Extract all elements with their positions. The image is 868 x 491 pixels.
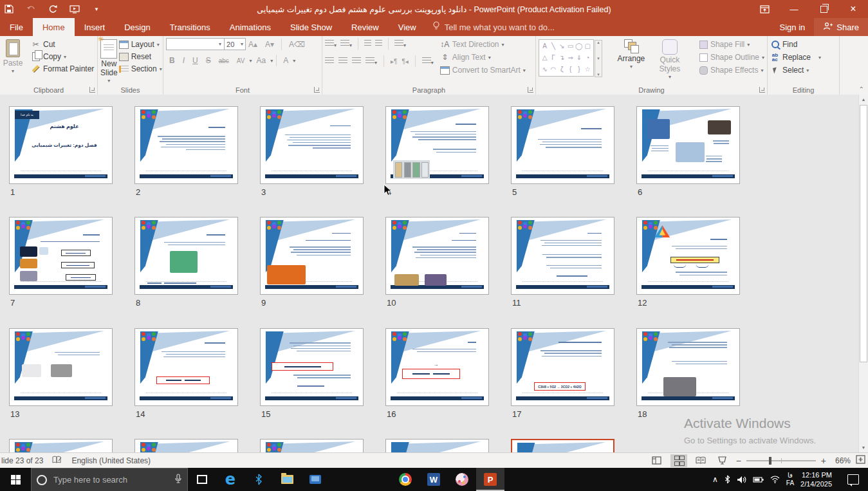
chrome-app-button[interactable]	[391, 468, 420, 491]
shape-outline-button[interactable]: Shape Outline▾	[699, 53, 764, 62]
bullets-button[interactable]: ▾	[325, 38, 337, 50]
paragraph-dialog-launcher[interactable]	[528, 87, 533, 93]
zoom-slider-thumb[interactable]	[769, 457, 771, 465]
shape-effects-button[interactable]: Shape Effects▾	[699, 66, 764, 75]
language-indicator[interactable]: English (United States)	[71, 456, 151, 465]
slideshow-view-button[interactable]	[714, 454, 731, 467]
shape-gallery-item[interactable]: ◯	[575, 43, 582, 50]
columns-button[interactable]: ▾	[422, 55, 434, 67]
task-view-button[interactable]	[188, 468, 216, 491]
zoom-percentage[interactable]: 66%	[831, 456, 851, 465]
align-left-button[interactable]	[325, 55, 334, 67]
shape-gallery-item[interactable]: ∿	[542, 66, 547, 73]
shadow-button[interactable]: S	[203, 55, 214, 66]
microphone-icon[interactable]	[174, 474, 182, 486]
slide-thumbnail-14[interactable]	[134, 328, 238, 406]
copy-button[interactable]: Copy▾	[31, 52, 94, 61]
tab-insert[interactable]: Insert	[75, 18, 115, 36]
slide-thumbnail-9[interactable]	[260, 217, 364, 295]
tell-me-box[interactable]: Tell me what you want to do...	[426, 18, 561, 36]
slide-thumbnail-1[interactable]: به نام خداعلوم هشتمفصل دوم: تغییرات شیمی…	[9, 106, 113, 184]
layout-button[interactable]: Layout▾	[119, 40, 162, 49]
minimize-button[interactable]: —	[779, 0, 809, 18]
increase-indent-button[interactable]	[375, 38, 382, 50]
shape-gallery-item[interactable]: ζ	[560, 66, 563, 73]
italic-button[interactable]: I	[180, 55, 188, 66]
slide-thumbnail-16[interactable]: →	[385, 328, 489, 406]
zoom-out-button[interactable]: −	[736, 456, 741, 466]
align-right-button[interactable]	[352, 55, 361, 67]
shape-gallery-item[interactable]: ↴	[559, 55, 564, 61]
bold-button[interactable]: B	[166, 55, 178, 66]
slide-thumbnail-20[interactable]	[134, 439, 238, 452]
shape-gallery-item[interactable]: ◔	[586, 55, 589, 61]
slide-thumbnail-23[interactable]	[511, 439, 614, 452]
shape-gallery-item[interactable]: }	[578, 66, 580, 73]
bluetooth-app-button[interactable]	[245, 468, 273, 491]
collapse-ribbon-icon[interactable]: ⌃	[859, 86, 864, 93]
slide-thumbnail-17[interactable]: C3H8 + 5O2 → 3CO2 + 4H2O	[511, 328, 614, 406]
format-painter-button[interactable]: Format Painter	[31, 64, 94, 73]
shape-gallery-item[interactable]: ◠	[551, 66, 557, 73]
slide-thumbnail-11[interactable]	[511, 217, 614, 295]
section-button[interactable]: Section▾	[119, 64, 162, 73]
scrollbar-thumb[interactable]	[860, 105, 867, 362]
reading-view-button[interactable]	[692, 454, 709, 467]
tab-review[interactable]: Review	[342, 18, 389, 36]
paste-button[interactable]: Paste▾	[0, 38, 30, 74]
tab-slide-show[interactable]: Slide Show	[281, 18, 342, 36]
drawing-dialog-launcher[interactable]	[759, 87, 765, 93]
shape-gallery-item[interactable]: △	[542, 55, 548, 61]
clipboard-dialog-launcher[interactable]	[89, 87, 95, 93]
ribbon-display-options-icon[interactable]	[750, 0, 779, 18]
taskbar-search[interactable]	[31, 468, 188, 491]
powerpoint-app-button[interactable]: P	[476, 468, 504, 491]
tray-bluetooth-icon[interactable]	[725, 475, 730, 484]
language-switcher[interactable]: فا FA	[786, 472, 794, 488]
select-button[interactable]: Select▾	[770, 66, 836, 75]
tab-animations[interactable]: Animations	[220, 18, 281, 36]
close-button[interactable]: ×	[838, 0, 868, 18]
tab-design[interactable]: Design	[115, 18, 160, 36]
font-name-input[interactable]	[166, 38, 225, 50]
slide-sorter-view-button[interactable]	[670, 454, 687, 467]
tab-home[interactable]: Home	[33, 18, 75, 36]
paint-app-button[interactable]	[448, 468, 476, 491]
tab-file[interactable]: File	[0, 18, 33, 36]
character-spacing-button[interactable]: AV	[234, 57, 248, 65]
search-input[interactable]	[52, 474, 169, 485]
slide-thumbnail-6[interactable]	[636, 106, 740, 184]
decrease-font-size-button[interactable]: A▾	[263, 39, 277, 50]
share-button[interactable]: Share	[814, 18, 868, 36]
font-color-button[interactable]: A	[280, 55, 291, 66]
slide-thumbnail-10[interactable]	[385, 217, 489, 295]
strikethrough-button[interactable]: abc	[216, 57, 232, 65]
tray-battery-icon[interactable]	[753, 476, 764, 483]
shape-gallery[interactable]: A╲↘▭◯▢△Γ↴⇒⇓◔∿◠ζ{}☆▲▼▼	[539, 39, 594, 77]
slide-thumbnail-5[interactable]	[511, 106, 614, 184]
shape-gallery-item[interactable]: ⇒	[568, 55, 573, 61]
shape-gallery-item[interactable]: ▭	[568, 43, 573, 50]
cut-button[interactable]: ✂Cut	[31, 40, 94, 49]
shape-gallery-scrollbar[interactable]: ▲▼▼	[595, 40, 602, 77]
shape-fill-button[interactable]: Shape Fill▾	[699, 40, 764, 49]
convert-smartart-button[interactable]: Convert to SmartArt▾	[440, 66, 526, 75]
align-center-button[interactable]	[338, 55, 347, 67]
shape-gallery-item[interactable]: Γ	[551, 55, 555, 61]
line-spacing-button[interactable]: ▾	[394, 38, 406, 50]
slide-thumbnail-3[interactable]	[260, 106, 364, 184]
scroll-up-icon[interactable]: ▲	[859, 95, 868, 104]
slide-thumbnail-22[interactable]	[385, 439, 489, 452]
tray-chevron-icon[interactable]: ∧	[712, 475, 718, 484]
word-app-button[interactable]: W	[420, 468, 448, 491]
zoom-in-button[interactable]: +	[821, 456, 826, 466]
decrease-indent-button[interactable]	[364, 38, 371, 50]
shape-gallery-item[interactable]: ↘	[559, 43, 564, 50]
reset-button[interactable]: Reset	[119, 52, 162, 61]
start-button[interactable]	[0, 468, 31, 491]
align-text-button[interactable]: ⇕Align Text▾	[440, 53, 526, 62]
slide-thumbnail-7[interactable]	[9, 217, 113, 295]
spell-check-icon[interactable]	[52, 456, 62, 466]
slide-thumbnail-8[interactable]	[134, 217, 238, 295]
find-button[interactable]: Find	[770, 40, 836, 49]
